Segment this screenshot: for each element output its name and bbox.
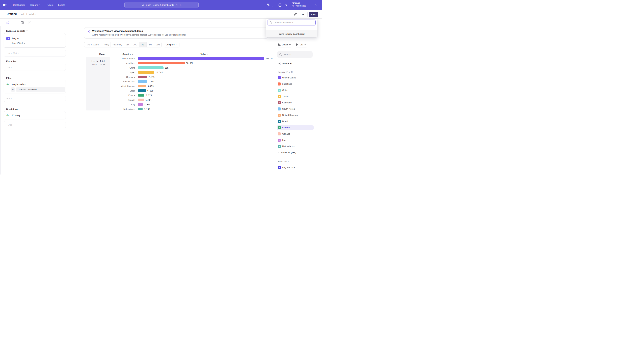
country-checkbox-label[interactable]: undefined (282, 83, 292, 85)
country-checkbox[interactable] (278, 132, 281, 135)
metric-aggregation[interactable]: Count Total (12, 42, 25, 44)
settings-gear-icon[interactable] (284, 3, 288, 7)
bar-segment[interactable] (138, 89, 146, 92)
country-checkbox[interactable] (278, 82, 281, 85)
event-series-panel[interactable]: Log In - Total Overall276.5K (86, 57, 110, 110)
select-all-checkbox[interactable] (278, 62, 281, 65)
bar-segment[interactable] (138, 99, 144, 101)
range-3m[interactable]: 3M (139, 42, 146, 47)
chart-type-selector[interactable]: Bar (295, 42, 308, 47)
range-7d[interactable]: 7D (124, 42, 131, 47)
column-header-event[interactable]: Event (94, 53, 113, 55)
filter-value[interactable]: Manual Password (16, 87, 66, 92)
bar-segment[interactable] (138, 94, 144, 96)
filter-operator[interactable]: = (11, 87, 15, 92)
country-checkbox[interactable] (278, 114, 281, 117)
event-checkbox[interactable] (278, 166, 281, 169)
project-chevron-icon[interactable] (315, 4, 317, 6)
range-12m[interactable]: 12M (154, 42, 161, 47)
country-checkbox[interactable] (278, 76, 281, 79)
breakdown-kebab-icon[interactable] (63, 114, 64, 117)
nav-events[interactable]: Events (58, 0, 65, 10)
country-checkbox-label[interactable]: Brazil (282, 120, 288, 122)
country-checkbox-label[interactable]: France (282, 126, 290, 129)
compare-button[interactable]: Compare (164, 42, 180, 47)
country-checkbox[interactable] (278, 95, 281, 98)
filter-property-name[interactable]: Login Method (12, 83, 26, 86)
data-management-icon[interactable] (266, 3, 270, 7)
scale-selector[interactable]: Linear (277, 42, 292, 47)
help-icon[interactable]: ? (278, 3, 282, 7)
range-6m[interactable]: 6M (146, 42, 154, 47)
add-description[interactable]: + Add description... (20, 13, 38, 15)
project-switcher[interactable]: Finance All Project Data (292, 2, 306, 7)
bar-value-label: 3,936 (144, 103, 150, 106)
bar-segment[interactable] (138, 71, 154, 74)
bar-segment[interactable] (138, 80, 147, 83)
country-checkbox-label[interactable]: China (282, 89, 288, 91)
range-custom[interactable]: Custom (84, 42, 102, 47)
add-filter-button[interactable]: + Add (4, 95, 66, 102)
more-options-icon[interactable]: ••• (300, 12, 305, 17)
dashboard-search-input[interactable]: Save to dashboard... (268, 20, 316, 25)
country-checkbox-label[interactable]: Germany (282, 101, 292, 104)
country-checkbox-label[interactable]: South Korea (282, 108, 295, 110)
bar-segment[interactable] (138, 62, 185, 64)
country-checkbox[interactable] (278, 101, 281, 104)
metric-kebab-icon[interactable] (63, 36, 64, 39)
bar-segment[interactable] (138, 108, 142, 110)
mixpanel-logo[interactable] (3, 3, 9, 6)
breakdown-card-country[interactable]: Aa Country (4, 111, 66, 119)
country-checkbox-label[interactable]: Netherlands (282, 145, 294, 147)
bar-segment[interactable] (138, 103, 143, 106)
tab-retention[interactable] (28, 20, 32, 25)
column-header-value[interactable]: Value (194, 53, 215, 55)
country-checkbox[interactable] (278, 120, 281, 123)
tab-flows[interactable] (20, 20, 25, 25)
metric-card-log-in[interactable]: A Log In Count Total (4, 33, 66, 48)
filter-card-login-method[interactable]: Aa Login Method = Manual Password (4, 80, 66, 93)
range-yesterday[interactable]: Yesterday (111, 42, 124, 47)
country-checkbox-label[interactable]: United States (282, 76, 296, 79)
nav-users[interactable]: Users (48, 0, 53, 10)
tab-funnels[interactable] (12, 20, 18, 25)
country-checkbox[interactable] (278, 145, 281, 148)
copy-link-icon[interactable] (293, 12, 298, 17)
range-today[interactable]: Today (102, 42, 111, 47)
breakdown-property-name[interactable]: Country (12, 114, 20, 117)
column-header-country[interactable]: Country (118, 53, 138, 55)
add-breakdown-button[interactable]: + Add (4, 121, 66, 128)
show-all-toggle[interactable]: Show all (184) (278, 151, 296, 154)
country-checkbox[interactable] (278, 126, 281, 129)
bar-segment[interactable] (138, 66, 164, 69)
bar-segment[interactable] (138, 57, 264, 60)
events-cohorts-header[interactable]: Events & Cohorts (6, 30, 28, 32)
add-formula-button[interactable]: + Add (4, 64, 66, 71)
range-30d[interactable]: 30D (131, 42, 139, 47)
add-metric-button[interactable]: + Add Metric (4, 50, 66, 57)
bar-segment[interactable] (138, 85, 146, 87)
apps-grid-icon[interactable] (272, 3, 276, 7)
bar-segment[interactable] (138, 76, 147, 78)
country-checkbox-label[interactable]: Japan (282, 95, 288, 98)
country-checkbox-label[interactable]: United Kingdom (282, 114, 298, 116)
metric-name[interactable]: Log In (12, 37, 18, 40)
segment-search-input[interactable]: Search (277, 51, 312, 58)
nav-reports[interactable]: Reports (30, 0, 41, 10)
filter-kebab-icon[interactable] (63, 83, 64, 85)
country-checkbox-label[interactable]: Italy (282, 139, 286, 141)
country-checkbox-label[interactable]: Canada (282, 133, 290, 135)
country-checkbox[interactable] (278, 107, 281, 110)
event-checkbox-label[interactable]: Log In - Total (282, 166, 295, 169)
country-checkbox[interactable] (278, 89, 281, 92)
report-title[interactable]: Untitled (7, 12, 17, 15)
select-all-label[interactable]: Select all (282, 62, 292, 65)
country-checkbox[interactable] (278, 139, 281, 142)
check-icon (278, 95, 280, 97)
global-search[interactable]: Open Reports & Dashboards ⌘ + K (124, 2, 198, 8)
chevron-down-icon (132, 54, 133, 55)
nav-dashboards[interactable]: Dashboards (13, 0, 25, 10)
tab-insights[interactable] (5, 20, 10, 25)
save-button[interactable]: Save (309, 12, 318, 17)
save-to-new-dashboard-button[interactable]: Save to New Dashboard (266, 30, 318, 37)
